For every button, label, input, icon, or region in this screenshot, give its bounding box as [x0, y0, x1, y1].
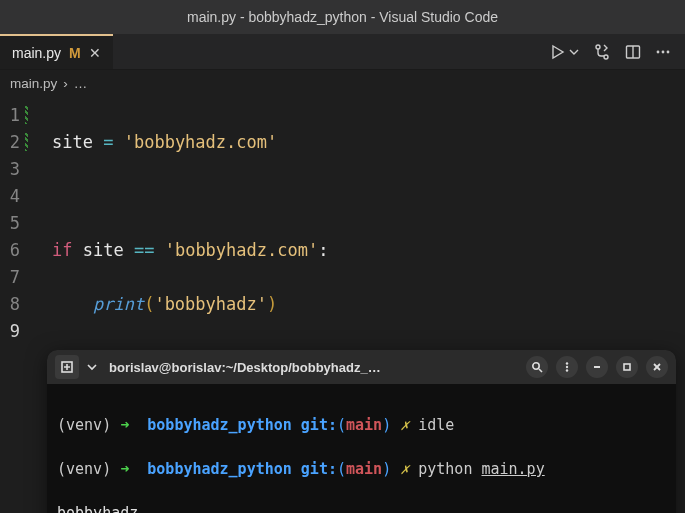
- code-line: if site == 'bobbyhadz.com':: [52, 237, 328, 264]
- svg-point-1: [596, 45, 600, 49]
- chevron-down-icon[interactable]: [87, 362, 97, 372]
- code-line: site = 'bobbyhadz.com': [52, 129, 328, 156]
- search-icon[interactable]: [526, 356, 548, 378]
- breadcrumb-rest: …: [74, 76, 88, 91]
- svg-line-12: [539, 369, 542, 372]
- svg-point-14: [566, 366, 568, 368]
- tab-filename: main.py: [12, 45, 61, 61]
- svg-marker-0: [553, 46, 563, 58]
- editor-actions: [549, 34, 685, 69]
- tabs-left: main.py M ✕: [0, 34, 113, 69]
- terminal-line: (venv) ➜ bobbyhadz_python git:(main) ✗ i…: [57, 414, 666, 436]
- line-gutter: 1 2 3 4 5 6 7 8 9: [0, 102, 26, 513]
- terminal-line: bobbyhadz: [57, 502, 666, 513]
- split-editor-icon[interactable]: [625, 44, 641, 60]
- svg-point-7: [667, 50, 670, 53]
- close-icon[interactable]: ✕: [89, 45, 101, 61]
- code-line: print('bobbyhadz'): [52, 291, 328, 318]
- svg-point-13: [566, 362, 568, 364]
- tab-main-py[interactable]: main.py M ✕: [0, 34, 113, 69]
- svg-point-2: [604, 55, 608, 59]
- breadcrumb[interactable]: main.py › …: [0, 70, 685, 96]
- tab-modified-badge: M: [69, 45, 81, 61]
- breadcrumb-sep: ›: [63, 76, 68, 91]
- chevron-down-icon[interactable]: [569, 47, 579, 57]
- menu-icon[interactable]: [556, 356, 578, 378]
- window-title: main.py - bobbyhadz_python - Visual Stud…: [187, 9, 498, 25]
- terminal-body[interactable]: (venv) ➜ bobbyhadz_python git:(main) ✗ i…: [47, 384, 676, 513]
- terminal-line: (venv) ➜ bobbyhadz_python git:(main) ✗ p…: [57, 458, 666, 480]
- svg-rect-17: [624, 364, 630, 370]
- minimize-icon[interactable]: [586, 356, 608, 378]
- svg-point-11: [533, 363, 539, 369]
- compare-changes-icon[interactable]: [593, 43, 611, 61]
- code-line: [52, 183, 328, 210]
- window-title-bar: main.py - bobbyhadz_python - Visual Stud…: [0, 0, 685, 34]
- terminal-titlebar[interactable]: borislav@borislav:~/Desktop/bobbyhadz_…: [47, 350, 676, 384]
- svg-point-6: [662, 50, 665, 53]
- terminal-window: borislav@borislav:~/Desktop/bobbyhadz_… …: [47, 350, 676, 513]
- svg-point-5: [657, 50, 660, 53]
- breadcrumb-file: main.py: [10, 76, 57, 91]
- editor-tabs-row: main.py M ✕: [0, 34, 685, 70]
- maximize-icon[interactable]: [616, 356, 638, 378]
- terminal-title: borislav@borislav:~/Desktop/bobbyhadz_…: [105, 360, 518, 375]
- new-tab-icon[interactable]: [55, 355, 79, 379]
- close-icon[interactable]: [646, 356, 668, 378]
- svg-point-15: [566, 369, 568, 371]
- more-icon[interactable]: [655, 44, 671, 60]
- run-icon[interactable]: [549, 44, 565, 60]
